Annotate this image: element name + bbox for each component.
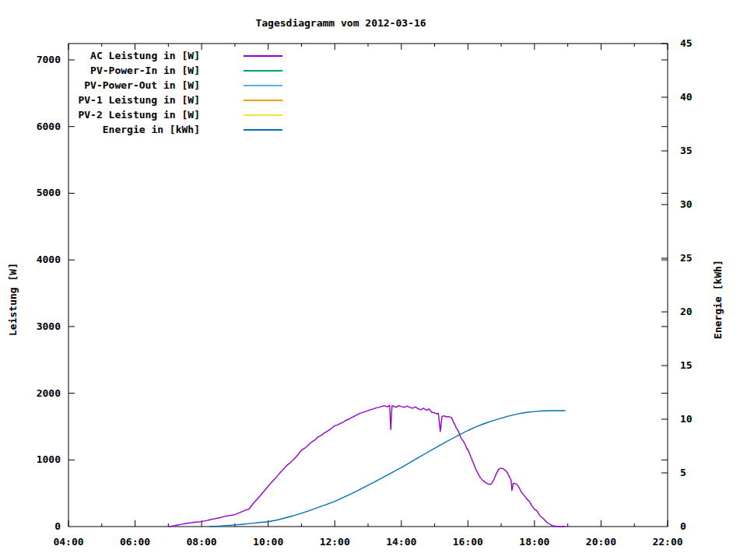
x-tick-label: 04:00	[53, 536, 83, 548]
legend-color-line	[244, 100, 282, 101]
legend-item-pv1-leistung: PV-1 Leistung in [W]	[68, 93, 282, 107]
x-tick-label: 06:00	[120, 536, 150, 548]
x-tick-label: 16:00	[453, 536, 483, 548]
x-tick-label: 20:00	[586, 536, 616, 548]
legend-color-line	[244, 114, 282, 116]
legend-color-line	[244, 85, 282, 86]
y-tick-label: 0	[54, 520, 61, 532]
legend-color-line	[244, 55, 282, 57]
legend-label: PV-2 Leistung in [W]	[68, 109, 200, 121]
y2-tick-label: 20	[680, 306, 693, 317]
y2-tick-label: 35	[680, 145, 693, 156]
y-tick-label: 7000	[37, 54, 61, 65]
y-tick-label: 6000	[37, 121, 61, 132]
y2-tick-label: 0	[680, 520, 686, 532]
x-tick-label: 14:00	[386, 536, 416, 548]
y2-tick-label: 10	[680, 413, 693, 425]
y2-tick-label: 45	[680, 37, 693, 49]
y-tick-label: 1000	[37, 453, 61, 465]
y2-tick-label: 5	[680, 467, 686, 478]
y-tick-label: 2000	[37, 387, 61, 399]
legend-label: PV-Power-In in [W]	[68, 65, 200, 76]
y2-tick-label: 40	[680, 91, 693, 103]
chart-canvas: Tagesdiagramm vom 2012-03-16 Leistung [W…	[0, 0, 747, 560]
legend-label: AC Leistung in [W]	[68, 50, 200, 61]
y2-tick-label: 15	[680, 359, 693, 371]
legend-item-pv2-leistung: PV-2 Leistung in [W]	[68, 107, 282, 122]
legend-item-pv-power-in: PV-Power-In in [W]	[68, 63, 282, 78]
legend: AC Leistung in [W] PV-Power-In in [W] PV…	[68, 48, 282, 137]
legend-color-line	[244, 70, 282, 72]
legend-item-energie: Energie in [kWh]	[68, 122, 282, 137]
legend-label: PV-1 Leistung in [W]	[68, 94, 200, 106]
y-tick-label: 5000	[37, 187, 61, 198]
x-tick-label: 22:00	[652, 536, 682, 548]
y2-tick-label: 25	[680, 252, 693, 264]
x-tick-label: 10:00	[253, 536, 283, 548]
ac-power-curve	[168, 405, 565, 527]
legend-label: PV-Power-Out in [W]	[68, 79, 200, 91]
x-tick-label: 12:00	[320, 536, 350, 548]
legend-item-ac-leistung: AC Leistung in [W]	[68, 48, 282, 63]
legend-color-line	[244, 129, 282, 131]
x-tick-label: 08:00	[187, 536, 217, 548]
y2-tick-label: 30	[680, 198, 693, 210]
energy-curve	[210, 411, 565, 527]
legend-item-pv-power-out: PV-Power-Out in [W]	[68, 78, 282, 93]
y-tick-label: 4000	[37, 254, 61, 265]
x-tick-label: 18:00	[519, 536, 549, 548]
y-tick-label: 3000	[37, 320, 61, 332]
legend-label: Energie in [kWh]	[68, 124, 200, 135]
